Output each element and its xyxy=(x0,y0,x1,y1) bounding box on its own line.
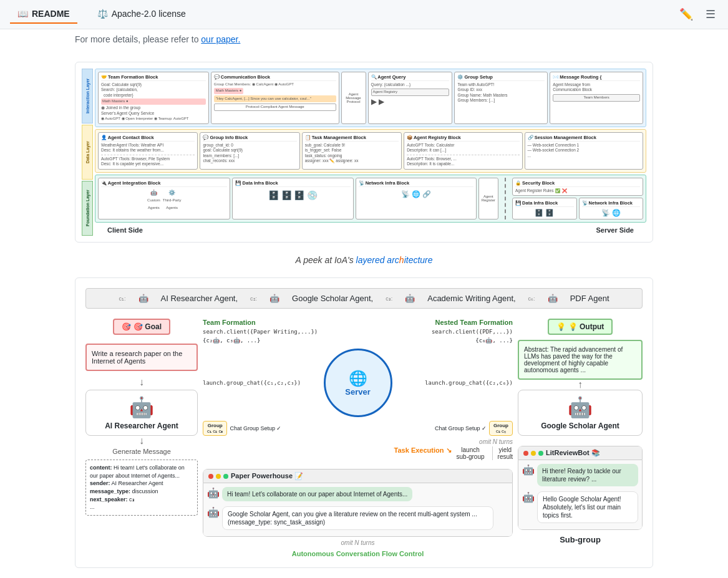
lit-review-bot-window: LitReviewBot 📚 🤖 Hi there! Ready to tack… xyxy=(518,446,643,530)
server-side-label: Server Side xyxy=(596,226,634,234)
paper-msg-2: Google Scholar Agent, can you give a lit… xyxy=(222,506,493,530)
code-left-2: {c₂🤖, c₃🤖, ...} xyxy=(203,337,260,344)
agent-query-block: 🔍 Agent Query Query: {calculation ...} A… xyxy=(368,72,453,124)
autonomous-label: Autonomous Conversation Flow Control xyxy=(292,550,424,557)
agent-register-label: AgentRegister xyxy=(482,195,495,202)
team-formation-block: 🤝 Team Formation Block Goal: Calculate s… xyxy=(98,72,209,124)
foundation-layer-label: Foundation Layer xyxy=(82,181,93,236)
yellow-dot-2 xyxy=(531,451,536,456)
agents-bar: c₁: 🤖 AI Researcher Agent, c₂: 🤖 Google … xyxy=(85,288,643,309)
launch-group-chat-left: launch.group_chat({c₁,c₂,c₃}) xyxy=(203,380,319,386)
server-circle: 🌐 Server xyxy=(324,349,392,417)
main-content: Interaction Layer Data Layer Foundation … xyxy=(0,49,728,578)
arrow-down-2: ↓ xyxy=(139,436,144,446)
output-label: 💡 💡 Output xyxy=(548,319,613,335)
communication-block: 💬 Communication Block Group Chat Members… xyxy=(211,72,339,124)
reference-line: For more details, please refer to our pa… xyxy=(0,29,728,49)
paper-msg-1: Hi team! Let's collaborate on our paper … xyxy=(222,487,412,501)
task-management-block: 📋 Task Management Block sub_goal: Calcul… xyxy=(302,132,402,170)
chat-robot-icon-2: 🤖 xyxy=(207,506,220,518)
green-dot-1 xyxy=(223,474,228,479)
architecture-diagram: Interaction Layer Data Layer Foundation … xyxy=(75,62,653,243)
group-info-block: 💬 Group Info Block group_chat_id: 0 goal… xyxy=(200,132,299,170)
security-block: 🔒 Security Block Agent Register Rules ✅ … xyxy=(512,178,643,196)
agent-robot-1: 🤖 xyxy=(138,294,148,303)
network-infra-block-client: 📡 Network Infra Block 📡 🌐 🔗 xyxy=(356,178,477,220)
search-client-right: search.client({PDF,...}) xyxy=(432,329,513,335)
agent3-label: Academic Writing Agent, xyxy=(427,294,515,303)
omit-n-turns-right: omit N turns xyxy=(479,438,513,445)
interaction-layer-label: Interaction Layer xyxy=(82,69,93,123)
agent-integration-block: 🔌 Agent Integration Block 🤖CustomAgents … xyxy=(98,178,230,220)
agent-registry-block: 📦 Agent Registry Block AutoGPT Tools: Ca… xyxy=(404,132,522,170)
ai-researcher-robot-icon: 🤖 xyxy=(91,395,192,419)
agent-message-protocol-label: AgentMessageProtocol xyxy=(346,92,361,104)
arrow-down-3: ↑ xyxy=(578,380,583,390)
readme-label: README xyxy=(32,9,70,19)
lit-msg-2: Hello Google Scholar Agent! Absolutely, … xyxy=(537,491,638,523)
paper-powerhouse-title: Paper Powerhouse 📝 xyxy=(231,472,303,480)
license-tab[interactable]: ⚖️ Apache-2.0 license xyxy=(90,5,193,24)
top-navigation: 📖 README ⚖️ Apache-2.0 license ✏️ ☰ xyxy=(0,0,728,29)
generate-message-label: Generate Message xyxy=(112,448,171,455)
agent-robot-2: 🤖 xyxy=(269,294,279,303)
red-dot-1 xyxy=(208,474,213,479)
launch-subgroup-label: launchsub-group xyxy=(457,446,485,460)
agent-robot-4: 🤖 xyxy=(548,294,558,303)
side-labels: Client Side Server Side xyxy=(95,224,646,236)
arrow-down-1: ↓ xyxy=(139,377,144,387)
yield-result-label: yieldresult xyxy=(492,446,513,460)
group-badge-right: Group c₂ c₆ xyxy=(489,421,513,436)
agent-robot-3: 🤖 xyxy=(405,294,415,303)
arch-caption: A peek at IoA's layered architecture xyxy=(75,255,653,265)
message-routing-block: ✉️ Message Routing { Agent Message from … xyxy=(550,72,643,124)
data-infra-block-server: 💾 Data Infra Block 🗄️ 🗄️ xyxy=(512,198,577,219)
lit-review-bot-title: LitReviewBot 📚 xyxy=(546,449,600,457)
how-ioa-works-diagram: c₁: 🤖 AI Researcher Agent, c₂: 🤖 Google … xyxy=(75,277,653,568)
data-infra-block-client: 💾 Data Infra Block 🗄️ 🗄️ 🗄️ 💿 xyxy=(232,178,353,220)
group-badge-left: Group c₁ c₂ c₃ xyxy=(203,421,227,436)
client-side-label: Client Side xyxy=(107,226,143,234)
task-execution-label: Task Execution ↘ xyxy=(394,446,452,455)
search-client-left: search.client({Paper Writing,...}) xyxy=(203,329,318,335)
lit-robot-icon-1: 🤖 xyxy=(522,464,535,476)
readme-tab[interactable]: 📖 README xyxy=(10,5,77,24)
message-box: content: Hi team! Let's collaborate on o… xyxy=(85,460,198,516)
goal-box: Write a research paper on the Internet o… xyxy=(85,344,198,371)
nested-team-formation-label: Nested Team Formation xyxy=(435,319,513,326)
chat-setup-label-right: Chat Group Setup ✓ xyxy=(435,425,487,431)
omit-n-turns-center: omit N turns xyxy=(341,539,375,546)
data-layer-label: Data Layer xyxy=(82,125,93,180)
menu-button[interactable]: ☰ xyxy=(703,5,718,24)
google-scholar-robot-icon: 🤖 xyxy=(523,395,637,419)
readme-icon: 📖 xyxy=(17,9,28,19)
ai-researcher-agent-name: AI Researcher Agent xyxy=(91,421,192,430)
paper-powerhouse-window: Paper Powerhouse 📝 🤖 Hi team! Let's coll… xyxy=(203,469,513,537)
chat-setup-label-left: Chat Group Setup ✓ xyxy=(230,425,281,431)
chat-robot-icon-1: 🤖 xyxy=(207,487,220,499)
nav-actions: ✏️ ☰ xyxy=(677,5,718,24)
paper-link[interactable]: our paper. xyxy=(201,34,240,44)
goal-label: 🎯 🎯 Goal xyxy=(113,319,170,335)
agent-contact-block: 👤 Agent Contact Block WeatherAgent \Tool… xyxy=(98,132,198,170)
agent1-label: AI Researcher Agent, xyxy=(161,294,238,303)
launch-group-chat-right: launch.group_chat({c₂,c₆}) xyxy=(397,380,513,386)
output-box: Abstract: The rapid advancement of LLMs … xyxy=(518,340,643,380)
google-scholar-agent-box: 🤖 Google Scholar Agent xyxy=(518,390,643,436)
lit-robot-icon-2: 🤖 xyxy=(522,491,535,503)
team-formation-label: Team Formation xyxy=(203,319,256,326)
server-icon: 🌐 xyxy=(349,370,367,387)
group-setup-block: ⚙️ Group Setup Team with AutoGPT! Group … xyxy=(454,72,548,124)
lit-msg-1: Hi there! Ready to tackle our literature… xyxy=(537,464,638,486)
code-right-2: {c₆🤖, ...} xyxy=(475,337,513,344)
edit-button[interactable]: ✏️ xyxy=(677,5,696,24)
yellow-dot-1 xyxy=(216,474,221,479)
red-dot-2 xyxy=(523,451,528,456)
green-dot-2 xyxy=(538,451,543,456)
license-icon: ⚖️ xyxy=(97,9,108,19)
network-infra-block-server: 📡 Network Infra Block 📡 🌐 xyxy=(579,198,644,219)
ai-researcher-agent-box: 🤖 AI Researcher Agent xyxy=(85,390,198,436)
server-label: Server xyxy=(345,387,370,397)
agent4-label: PDF Agent xyxy=(570,294,609,303)
google-scholar-agent-name: Google Scholar Agent xyxy=(523,421,637,430)
